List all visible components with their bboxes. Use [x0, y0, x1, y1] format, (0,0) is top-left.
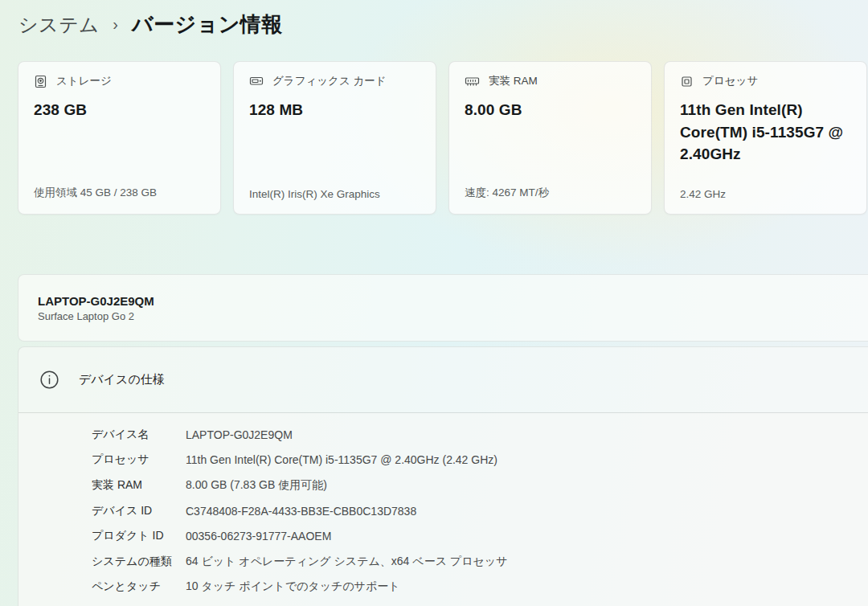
page-title: バージョン情報	[132, 10, 283, 39]
spec-value: 10 タッチ ポイントでのタッチのサポート	[186, 579, 400, 594]
spec-row-product-id: プロダクト ID 00356-06273-91777-AAOEM	[92, 523, 868, 549]
cpu-card-value: 11th Gen Intel(R) Core(TM) i5-1135G7 @ 2…	[680, 99, 851, 166]
storage-card: ストレージ 238 GB 使用領域 45 GB / 238 GB	[18, 61, 221, 215]
spec-label: 実装 RAM	[92, 478, 186, 493]
spec-label: プロダクト ID	[92, 529, 186, 543]
device-specs-panel: デバイスの仕様 デバイス名 LAPTOP-G0J2E9QM プロセッサ 11th…	[18, 346, 868, 606]
info-icon	[39, 370, 59, 390]
gpu-card: グラフィックス カード 128 MB Intel(R) Iris(R) Xe G…	[233, 61, 436, 215]
gpu-icon	[249, 75, 264, 88]
storage-card-value: 238 GB	[34, 99, 205, 121]
spec-row-pen-touch: ペンとタッチ 10 タッチ ポイントでのタッチのサポート	[92, 575, 868, 600]
spec-value: 00356-06273-91777-AAOEM	[186, 530, 331, 543]
device-name: LAPTOP-G0J2E9QM	[38, 294, 849, 308]
gpu-card-label: グラフィックス カード	[272, 74, 387, 88]
spec-label: デバイス ID	[92, 504, 186, 518]
ram-card-value: 8.00 GB	[465, 99, 636, 121]
storage-card-label: ストレージ	[56, 74, 112, 88]
spec-row-device-id: デバイス ID C3748408-F28A-4433-BB3E-CBB0C13D…	[92, 498, 868, 524]
ram-card-footer: 速度: 4267 MT/秒	[465, 186, 636, 200]
ram-card-header: 実装 RAM	[465, 74, 636, 88]
device-specs-title: デバイスの仕様	[79, 372, 165, 387]
spec-label: デバイス名	[92, 428, 186, 442]
spec-label: ペンとタッチ	[92, 579, 186, 594]
device-specs-table: デバイス名 LAPTOP-G0J2E9QM プロセッサ 11th Gen Int…	[18, 413, 868, 606]
storage-card-header: ストレージ	[34, 74, 205, 88]
ram-card: 実装 RAM 8.00 GB 速度: 4267 MT/秒	[448, 61, 652, 215]
spec-row-ram: 実装 RAM 8.00 GB (7.83 GB 使用可能)	[92, 473, 868, 498]
cpu-icon	[680, 75, 694, 88]
spec-value: 8.00 GB (7.83 GB 使用可能)	[186, 478, 327, 493]
cpu-card-label: プロセッサ	[702, 74, 758, 88]
gpu-card-value: 128 MB	[249, 99, 420, 121]
spec-value: LAPTOP-G0J2E9QM	[186, 428, 293, 441]
gpu-card-footer: Intel(R) Iris(R) Xe Graphics	[249, 188, 420, 200]
ram-card-label: 実装 RAM	[489, 74, 538, 88]
breadcrumb-chevron-icon: ›	[113, 15, 118, 34]
storage-card-footer: 使用領域 45 GB / 238 GB	[34, 186, 205, 200]
breadcrumb: システム › バージョン情報	[0, 0, 868, 39]
cpu-card-footer: 2.42 GHz	[680, 188, 851, 200]
spec-label: システムの種類	[92, 555, 186, 569]
spec-value: 11th Gen Intel(R) Core(TM) i5-1135G7 @ 2…	[186, 453, 497, 466]
device-specs-expander-header[interactable]: デバイスの仕様	[18, 347, 868, 413]
spec-row-processor: プロセッサ 11th Gen Intel(R) Core(TM) i5-1135…	[92, 448, 868, 473]
storage-icon	[34, 75, 47, 88]
device-name-banner: LAPTOP-G0J2E9QM Surface Laptop Go 2	[18, 274, 868, 342]
spec-row-system-type: システムの種類 64 ビット オペレーティング システム、x64 ベース プロセ…	[92, 549, 868, 575]
spec-label: プロセッサ	[92, 452, 186, 467]
gpu-card-header: グラフィックス カード	[249, 74, 420, 88]
spec-value: C3748408-F28A-4433-BB3E-CBB0C13D7838	[186, 505, 416, 518]
spec-value: 64 ビット オペレーティング システム、x64 ベース プロセッサ	[186, 555, 507, 569]
breadcrumb-system[interactable]: システム	[18, 12, 99, 38]
ram-icon	[465, 76, 480, 87]
cpu-card: プロセッサ 11th Gen Intel(R) Core(TM) i5-1135…	[664, 61, 867, 215]
info-cards-row: ストレージ 238 GB 使用領域 45 GB / 238 GB グラフィックス…	[18, 61, 868, 215]
cpu-card-header: プロセッサ	[680, 74, 851, 88]
spec-row-device-name: デバイス名 LAPTOP-G0J2E9QM	[92, 422, 868, 448]
device-model: Surface Laptop Go 2	[38, 310, 849, 322]
